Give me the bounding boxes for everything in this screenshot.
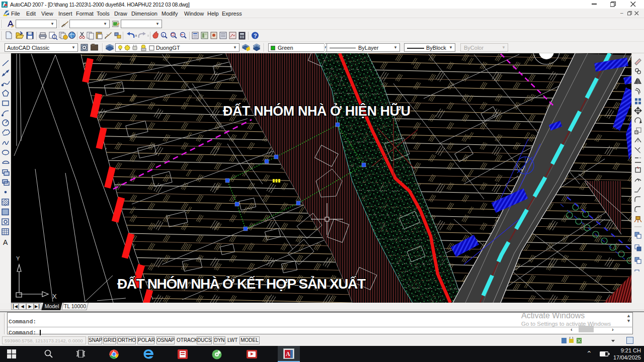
svg-text:X: X xyxy=(52,293,57,300)
svg-text:ĐẤT NHÓM NHÀ Ở HIỆN HỮU: ĐẤT NHÓM NHÀ Ở HIỆN HỮU xyxy=(223,103,411,119)
svg-text:±: ± xyxy=(162,33,164,37)
svg-text:?: ? xyxy=(254,33,257,39)
svg-text:Y: Y xyxy=(16,255,20,261)
svg-text:A: A xyxy=(3,238,8,246)
svg-text:ĐẤT NHÓM NHÀ Ở KẾT HỢP SẢN XUẤ: ĐẤT NHÓM NHÀ Ở KẾT HỢP SẢN XUẤT xyxy=(117,276,366,292)
